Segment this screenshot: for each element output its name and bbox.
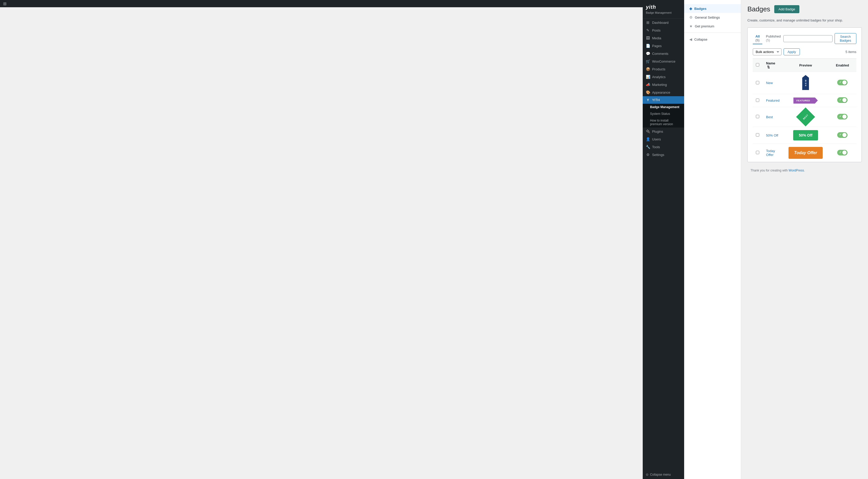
search-input[interactable] <box>783 35 833 42</box>
sub-menu: Badge Management System Status How to in… <box>643 104 684 128</box>
row-name-featured: Featured <box>763 94 782 107</box>
table-row: Featured FEATURED ✓ <box>753 94 856 107</box>
tab-all[interactable]: All (5) <box>753 33 762 44</box>
toggle-featured[interactable]: ✓ <box>837 97 847 103</box>
bulk-actions-select[interactable]: Bulk actions <box>753 48 781 55</box>
sidebar: yith Badge Management ⊞ Dashboard ✎ Post… <box>643 0 684 479</box>
sidebar-item-plugins[interactable]: 🔌 Plugins <box>643 128 684 135</box>
sidebar-item-dashboard[interactable]: ⊞ Dashboard <box>643 19 684 26</box>
sidebar-item-yith[interactable]: Y YITH <box>643 96 684 104</box>
sort-icon[interactable]: ⇅ <box>767 65 770 69</box>
main-content: Badges Add Badge Create, customize, and … <box>741 0 868 479</box>
badge-link-best[interactable]: Best <box>766 115 773 119</box>
plugins-icon: 🔌 <box>646 129 650 133</box>
toggle-today-offer[interactable]: ✓ <box>837 150 847 156</box>
collapse-menu-icon: ⊙ <box>646 473 648 476</box>
comments-icon: 💬 <box>646 52 650 56</box>
badges-table: Name ⇅ Preview Enabled <box>753 59 856 162</box>
plugin-nav-label: Badges <box>694 7 706 11</box>
table-row: 50% Off 50% Off ✓ <box>753 127 856 144</box>
sub-item-badge-management[interactable]: Badge Management <box>643 104 684 110</box>
sidebar-item-posts[interactable]: ✎ Posts <box>643 26 684 34</box>
page-title: Badges <box>747 5 770 13</box>
plugin-nav-label: Get premium <box>695 24 714 28</box>
toggle-check-icon: ✓ <box>839 133 841 136</box>
sidebar-item-appearance[interactable]: 🎨 Appearance <box>643 89 684 96</box>
add-badge-button[interactable]: Add Badge <box>774 5 799 13</box>
plugin-nav-general-settings[interactable]: ⚙ General Settings <box>684 13 741 22</box>
badges-panel: All (5) Published (5) Search Badges <box>747 27 862 162</box>
sidebar-item-pages[interactable]: 📄 Pages <box>643 42 684 50</box>
footer: Thank you for creating with WordPress. <box>747 168 862 175</box>
plugin-nav-get-premium[interactable]: ★ Get premium <box>684 22 741 31</box>
sidebar-item-users[interactable]: 👤 Users <box>643 135 684 143</box>
sidebar-item-label: Comments <box>652 52 668 56</box>
sidebar-item-label: Analytics <box>652 75 665 79</box>
badge-preview-fifty-off: 50% Off <box>793 130 818 140</box>
table-row: Best BEST ✓ <box>753 107 856 127</box>
select-all-checkbox[interactable] <box>756 63 759 66</box>
plugin-nav-collapse[interactable]: ◀ Collapse <box>684 35 741 44</box>
row-preview-new: NEW <box>782 72 828 94</box>
plugin-nav-label: Collapse <box>694 37 708 41</box>
users-icon: 👤 <box>646 137 650 141</box>
row-checkbox-today-offer[interactable] <box>756 151 759 154</box>
row-checkbox-featured[interactable] <box>756 99 759 102</box>
row-enabled-fifty-off: ✓ <box>829 127 856 144</box>
row-check-today-offer <box>753 144 763 162</box>
badge-link-fifty-off[interactable]: 50% Off <box>766 133 778 137</box>
pages-icon: 📄 <box>646 44 650 48</box>
sidebar-item-marketing[interactable]: 📣 Marketing <box>643 81 684 89</box>
sidebar-item-woocommerce[interactable]: 🛒 WooCommerce <box>643 58 684 65</box>
sidebar-item-products[interactable]: 📦 Products <box>643 65 684 73</box>
col-header-preview: Preview <box>782 59 828 72</box>
row-name-best: Best <box>763 107 782 127</box>
woocommerce-icon: 🛒 <box>646 59 650 63</box>
badge-link-featured[interactable]: Featured <box>766 99 779 102</box>
search-badges-button[interactable]: Search Badges <box>835 33 856 44</box>
apply-button[interactable]: Apply <box>783 48 800 55</box>
badges-nav-icon: ◈ <box>689 6 692 11</box>
row-checkbox-best[interactable] <box>756 115 759 118</box>
sidebar-item-tools[interactable]: 🔧 Tools <box>643 143 684 151</box>
logo-area: yith Badge Management <box>643 0 684 19</box>
toggle-fifty-off[interactable]: ✓ <box>837 132 847 138</box>
toggle-new[interactable]: ✓ <box>837 80 847 85</box>
sidebar-item-comments[interactable]: 💬 Comments <box>643 50 684 58</box>
row-checkbox-new[interactable] <box>756 81 759 84</box>
footer-wordpress-link[interactable]: WordPress <box>789 169 804 172</box>
collapse-menu-button[interactable]: ⊙ Collapse menu <box>643 470 684 479</box>
tab-published[interactable]: Published (5) <box>764 33 783 44</box>
products-icon: 📦 <box>646 67 650 71</box>
toggle-best[interactable]: ✓ <box>837 114 847 119</box>
media-icon: 🖼 <box>646 36 650 40</box>
plugin-nav-badges[interactable]: ◈ Badges <box>684 4 741 13</box>
row-checkbox-fifty-off[interactable] <box>756 133 759 137</box>
row-enabled-best: ✓ <box>829 107 856 127</box>
wp-logo-icon: ⊞ <box>3 1 6 6</box>
sub-item-system-status[interactable]: System Status <box>643 110 684 117</box>
yith-icon: Y <box>646 98 650 102</box>
badge-link-new[interactable]: New <box>766 81 773 85</box>
collapse-menu-label: Collapse menu <box>650 473 671 476</box>
logo: yith <box>646 4 681 10</box>
sidebar-item-settings[interactable]: ⚙ Settings <box>643 151 684 159</box>
badge-preview-today-offer: Today Offer <box>788 147 823 159</box>
bulk-actions-row: Bulk actions Apply 5 items <box>753 48 856 55</box>
analytics-icon: 📊 <box>646 75 650 79</box>
sub-item-how-to-install[interactable]: How to install premium version <box>643 117 684 128</box>
tab-published-count: (5) <box>766 38 770 42</box>
row-enabled-featured: ✓ <box>829 94 856 107</box>
appearance-icon: 🎨 <box>646 90 650 94</box>
page-header: Badges Add Badge <box>747 5 862 13</box>
badge-link-today-offer[interactable]: Today Offer <box>766 149 775 157</box>
sidebar-item-label: Users <box>652 137 661 141</box>
sidebar-item-media[interactable]: 🖼 Media <box>643 34 684 42</box>
sidebar-item-analytics[interactable]: 📊 Analytics <box>643 73 684 81</box>
plugin-nav: ◈ Badges ⚙ General Settings ★ Get premiu… <box>684 0 741 479</box>
col-header-check <box>753 59 763 72</box>
sidebar-item-label: Plugins <box>652 130 663 133</box>
row-name-today-offer: Today Offer <box>763 144 782 162</box>
tabs-bar: All (5) Published (5) Search Badges <box>753 33 856 44</box>
col-header-name: Name ⇅ <box>763 59 782 72</box>
